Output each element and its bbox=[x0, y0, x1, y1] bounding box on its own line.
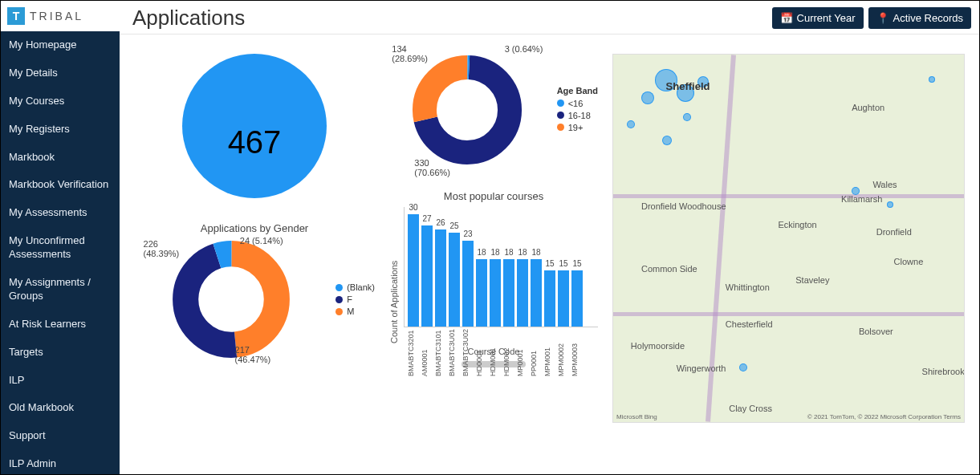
svg-point-5 bbox=[425, 67, 510, 152]
applications-map[interactable]: Microsoft Bing © 2021 TomTom, © 2022 Mic… bbox=[612, 54, 965, 423]
map-dot bbox=[683, 113, 691, 121]
bar-category: BMABTC3201 bbox=[407, 329, 418, 376]
sidebar-item[interactable]: My Assignments / Groups bbox=[1, 269, 120, 311]
age-label-19plus: 134 (28.69%) bbox=[392, 44, 428, 63]
sidebar-item[interactable]: My Assessments bbox=[1, 199, 120, 227]
map-place-label: Clowne bbox=[894, 257, 924, 266]
bar-category: MPM001 bbox=[543, 329, 555, 376]
brand: T TRIBAL bbox=[1, 1, 120, 31]
calendar-icon: 📅 bbox=[780, 12, 793, 24]
sidebar-item[interactable]: Support bbox=[1, 422, 120, 450]
sidebar-item[interactable]: My Registers bbox=[1, 116, 120, 144]
sidebar-item[interactable]: At Risk Learners bbox=[1, 311, 120, 339]
age-legend-title: Age Band bbox=[557, 86, 598, 95]
dashboard-content: 467 Applications by Gender 24 (5.1 bbox=[120, 35, 979, 474]
bar[interactable]: 15 bbox=[558, 270, 569, 327]
sidebar-item[interactable]: My Courses bbox=[1, 87, 120, 116]
map-road bbox=[613, 312, 964, 316]
map-dot bbox=[662, 136, 672, 145]
sidebar-item[interactable]: ILP bbox=[1, 367, 120, 395]
bar-category: BMABTC3U02 bbox=[462, 329, 473, 376]
age-label-lt16: 3 (0.64%) bbox=[505, 44, 543, 54]
bar-value: 18 bbox=[490, 248, 499, 257]
bar[interactable]: 26 bbox=[435, 229, 446, 327]
col-right: Microsoft Bing © 2021 TomTom, © 2022 Mic… bbox=[612, 54, 965, 455]
bar[interactable]: 18 bbox=[503, 259, 514, 327]
legend-label: F bbox=[347, 294, 352, 304]
bar[interactable]: 23 bbox=[462, 241, 474, 327]
bar-category: MP0001 bbox=[516, 329, 527, 376]
courses-ylabel: Count of Applications bbox=[389, 207, 399, 343]
bar-value: 30 bbox=[409, 203, 417, 212]
map-place-label: Common Side bbox=[641, 264, 697, 274]
bar-category: BMABTC3U01 bbox=[448, 329, 459, 376]
sidebar-item[interactable]: Targets bbox=[1, 339, 120, 367]
map-place-label: Bolsover bbox=[859, 327, 893, 336]
bar[interactable]: 27 bbox=[421, 225, 433, 327]
map-dot bbox=[641, 91, 654, 104]
page-title: Applications bbox=[132, 6, 245, 30]
col-mid: 3 (0.64%) 330 (70.66%) 134 (28.69%) Age … bbox=[389, 54, 598, 455]
gender-label-blank: 24 (5.14%) bbox=[240, 236, 283, 246]
sidebar-item[interactable]: Markbook Verification bbox=[1, 171, 120, 199]
legend-item: 19+ bbox=[557, 123, 598, 132]
bar[interactable]: 15 bbox=[544, 270, 555, 327]
bar[interactable]: 18 bbox=[490, 259, 501, 327]
swatch-icon bbox=[335, 284, 343, 291]
map-place-label: Wingerworth bbox=[677, 363, 726, 373]
active-records-button[interactable]: 📍 Active Records bbox=[868, 7, 971, 29]
sidebar-item[interactable]: ILP Admin bbox=[1, 450, 120, 474]
bar-value: 18 bbox=[504, 248, 513, 257]
sidebar-item[interactable]: My Unconfirmed Assessments bbox=[1, 227, 120, 269]
active-records-label: Active Records bbox=[893, 12, 963, 24]
map-dot bbox=[627, 120, 635, 128]
gender-chart-title: Applications by Gender bbox=[134, 222, 375, 234]
sidebar-item[interactable]: My Homepage bbox=[1, 31, 120, 59]
legend-label: 16-18 bbox=[568, 111, 591, 120]
bar-value: 15 bbox=[545, 259, 554, 268]
sidebar-item[interactable]: Markbook bbox=[1, 144, 120, 172]
bar-category: HD0001 bbox=[475, 329, 486, 376]
age-legend: Age Band <16 16-18 19+ bbox=[557, 86, 598, 135]
bar[interactable]: 30 bbox=[408, 214, 419, 327]
bar-category: AM0001 bbox=[421, 329, 432, 376]
col-left: 467 Applications by Gender 24 (5.1 bbox=[134, 54, 375, 455]
bar[interactable]: 25 bbox=[449, 233, 460, 327]
map-place-label: Holymoorside bbox=[631, 341, 685, 351]
map-place-label: Staveley bbox=[795, 275, 829, 285]
legend-label: M bbox=[347, 307, 354, 316]
map-dot bbox=[887, 201, 893, 208]
current-year-label: Current Year bbox=[797, 12, 856, 24]
map-place-label: Chesterfield bbox=[726, 319, 773, 329]
swatch-icon bbox=[557, 112, 564, 119]
topbar: Applications 📅 Current Year 📍 Active Rec… bbox=[120, 1, 979, 35]
bar-value: 18 bbox=[531, 248, 540, 257]
pin-icon: 📍 bbox=[876, 12, 889, 24]
bar[interactable]: 18 bbox=[517, 259, 528, 327]
bar-value: 25 bbox=[449, 221, 458, 230]
bar-value: 26 bbox=[436, 218, 445, 227]
map-dot bbox=[929, 76, 935, 83]
map-place-label: Eckington bbox=[778, 220, 816, 229]
bar-category: BMABTC3101 bbox=[434, 329, 445, 376]
bar-value: 18 bbox=[518, 248, 527, 257]
current-year-button[interactable]: 📅 Current Year bbox=[772, 7, 864, 29]
total-value: 467 bbox=[228, 124, 282, 160]
map-place-label: Shirebrook bbox=[922, 367, 965, 376]
sidebar-item[interactable]: Old Markbook bbox=[1, 394, 120, 422]
map-place-label: Dronfield Woodhouse bbox=[641, 201, 726, 211]
legend-item: F bbox=[335, 294, 375, 304]
bar-value: 15 bbox=[572, 259, 581, 268]
bar[interactable]: 15 bbox=[571, 270, 583, 327]
bar[interactable]: 18 bbox=[476, 259, 487, 327]
gender-donut-chart[interactable]: 24 (5.14%) 217 (46.47%) 226 (48.39%) bbox=[171, 239, 291, 359]
sidebar: T TRIBAL My HomepageMy DetailsMy Courses… bbox=[1, 1, 120, 474]
legend-label: <16 bbox=[568, 99, 584, 108]
legend-item: M bbox=[335, 307, 375, 316]
total-applications-chart[interactable]: 467 bbox=[182, 54, 327, 198]
age-donut-chart[interactable]: 3 (0.64%) 330 (70.66%) 134 (28.69%) bbox=[411, 54, 523, 166]
bar[interactable]: 18 bbox=[531, 259, 542, 327]
courses-bar-chart[interactable]: Count of Applications 302726252318181818… bbox=[389, 207, 598, 376]
map-attribution: © 2021 TomTom, © 2022 Microsoft Corporat… bbox=[807, 413, 961, 420]
sidebar-item[interactable]: My Details bbox=[1, 59, 120, 87]
